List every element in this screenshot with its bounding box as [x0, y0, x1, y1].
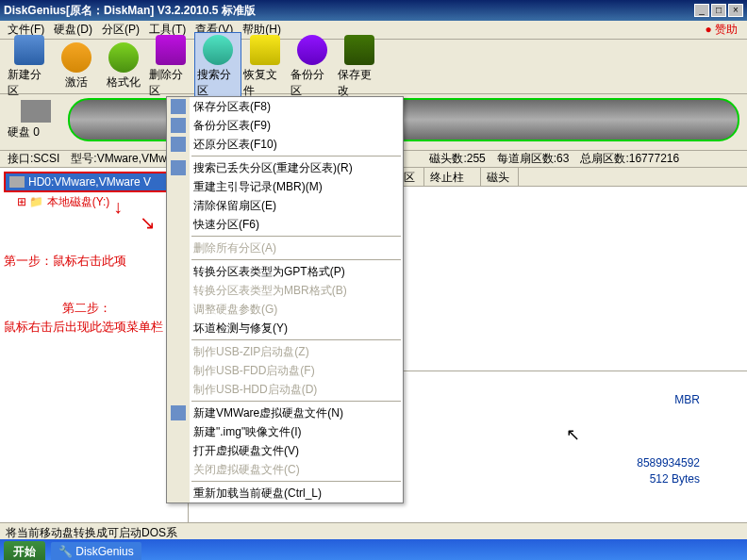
menu-item-label: 保存分区表(F8): [193, 99, 271, 115]
activate-icon: [61, 42, 91, 73]
menu-item-label: 快速分区(F6): [193, 217, 259, 233]
menu-item[interactable]: 转换分区表类型为GPT格式(P): [167, 262, 403, 281]
menu-item: 关闭虚拟硬盘文件(C): [167, 460, 403, 479]
arrow-annotation: ↓: [113, 196, 123, 218]
format-icon: [108, 42, 139, 73]
backup-icon: [297, 35, 327, 65]
tool-search[interactable]: 搜索分区: [194, 32, 241, 102]
tool-new-partition[interactable]: 新建分区: [6, 33, 53, 101]
menu-item: 制作USB-FDD启动盘(F): [167, 361, 403, 380]
search-icon: [171, 160, 186, 175]
menu-separator: [191, 236, 401, 237]
sectors-label: 每道扇区数:63: [497, 151, 570, 167]
backup-icon: [171, 118, 186, 133]
menu-item-label: 备份分区表(F9): [193, 118, 271, 134]
menu-item-label: 转换分区表类型为GPT格式(P): [193, 264, 345, 280]
menu-item: 删除所有分区(A): [167, 239, 403, 257]
menu-item[interactable]: 打开虚拟硬盘文件(V): [167, 441, 403, 460]
search-icon: [203, 35, 233, 65]
taskbar: 开始 🔧 DiskGenius: [0, 539, 747, 560]
menu-item-label: 调整硬盘参数(G): [193, 302, 277, 318]
status-bar: 将当前移动盘转换成可启动DOS系: [0, 522, 747, 539]
disk-label: 硬盘 0: [8, 124, 64, 140]
menu-item-label: 坏道检测与修复(Y): [193, 321, 288, 337]
menu-item-label: 新建VMWare虚拟硬盘文件(N): [193, 405, 343, 421]
tree-hd0[interactable]: HD0:VMware,VMware V: [4, 172, 184, 192]
menu-disk[interactable]: 硬盘(D): [50, 20, 96, 40]
annotation-step3: 鼠标右击后出现此选项菜单栏: [4, 319, 163, 336]
menu-item-label: 重建主引导记录(MBR)(M): [193, 179, 323, 195]
iface-label: 接口:SCSI: [8, 151, 59, 167]
menu-separator: [191, 156, 401, 156]
tool-format[interactable]: 格式化: [100, 41, 147, 92]
menu-item[interactable]: 搜索已丢失分区(重建分区表)(R): [167, 158, 403, 177]
menu-item[interactable]: 新建".img"映像文件(I): [167, 422, 403, 441]
menu-item[interactable]: 重新加载当前硬盘(Ctrl_L): [167, 484, 403, 502]
menu-partition[interactable]: 分区(P): [98, 20, 143, 40]
menu-separator: [191, 259, 401, 260]
window-title: DiskGenius[原名：DiskMan] V3.2.2010.5 标准版: [4, 3, 692, 19]
menu-item-label: 制作USB-ZIP启动盘(Z): [193, 344, 309, 360]
arrow-annotation2: ↘: [140, 211, 156, 234]
menu-item-label: 重新加载当前硬盘(Ctrl_L): [193, 486, 322, 502]
hdd-icon: [9, 176, 25, 188]
menu-item-label: 打开虚拟硬盘文件(V): [193, 443, 299, 459]
totalsec-label: 总扇区数:16777216: [580, 151, 679, 167]
titlebar: DiskGenius[原名：DiskMan] V3.2.2010.5 标准版 _…: [0, 0, 747, 21]
menu-item-label: 新建".img"映像文件(I): [193, 424, 302, 440]
new-partition-icon: [14, 35, 44, 65]
menu-separator: [191, 339, 401, 340]
menu-separator: [191, 481, 401, 482]
menu-item[interactable]: 快速分区(F6): [167, 215, 403, 234]
start-button[interactable]: 开始: [4, 541, 45, 561]
menu-item-label: 清除保留扇区(E): [193, 198, 276, 214]
menu-item[interactable]: 还原分区表(F10): [167, 135, 403, 154]
menu-item: 制作USB-HDD启动盘(D): [167, 380, 403, 399]
annotation-step1: 第一步：鼠标右击此项: [4, 253, 126, 270]
restore-icon: [171, 137, 186, 152]
context-menu: 保存分区表(F8)备份分区表(F9)还原分区表(F10)搜索已丢失分区(重建分区…: [166, 96, 404, 503]
delete-icon: [156, 35, 186, 65]
menu-item[interactable]: 重建主引导记录(MBR)(M): [167, 177, 403, 196]
menu-item-label: 搜索已丢失分区(重建分区表)(R): [193, 160, 353, 176]
menu-item-label: 转换分区表类型为MBR格式(B): [193, 283, 347, 299]
new-icon: [171, 405, 186, 420]
tool-recover[interactable]: 恢复文件: [241, 33, 289, 101]
tool-backup[interactable]: 备份分区: [289, 33, 336, 101]
sponsor-link[interactable]: ● 赞助: [701, 20, 741, 40]
menu-item: 转换分区表类型为MBR格式(B): [167, 281, 403, 300]
menu-item[interactable]: 新建VMWare虚拟硬盘文件(N): [167, 404, 403, 422]
maximize-button[interactable]: □: [711, 4, 726, 17]
menu-item: 制作USB-ZIP启动盘(Z): [167, 342, 403, 361]
menu-item-label: 制作USB-FDD启动盘(F): [193, 363, 315, 379]
save-icon: [171, 99, 186, 114]
menu-item-label: 制作USB-HDD启动盘(D): [193, 382, 317, 398]
heads-label: 磁头数:255: [429, 151, 485, 167]
menu-separator: [191, 401, 401, 402]
model-label: 型号:VMware,VMwa: [71, 151, 173, 167]
tool-delete[interactable]: 删除分区: [147, 33, 194, 101]
tool-activate[interactable]: 激活: [53, 41, 100, 92]
toolbar: 新建分区 激活 格式化 删除分区 搜索分区 恢复文件 备份分区 保存更改: [0, 40, 747, 94]
disk-label-box: 硬盘 0: [8, 98, 64, 146]
taskbar-item-diskgenius[interactable]: 🔧 DiskGenius: [51, 542, 141, 560]
menu-item-label: 关闭虚拟硬盘文件(C): [193, 462, 300, 478]
close-button[interactable]: ×: [728, 4, 743, 17]
annotation-step2: 第二步：: [62, 300, 111, 317]
menu-item[interactable]: 清除保留扇区(E): [167, 196, 403, 215]
menu-item: 调整硬盘参数(G): [167, 300, 403, 319]
menu-item-label: 删除所有分区(A): [193, 240, 276, 256]
tool-save[interactable]: 保存更改: [336, 33, 383, 101]
minimize-button[interactable]: _: [694, 4, 709, 17]
menu-item[interactable]: 备份分区表(F9): [167, 116, 403, 135]
mouse-cursor: ↖: [566, 424, 580, 445]
disk-icon: [21, 100, 51, 123]
col-head2[interactable]: 磁头: [481, 168, 519, 186]
col-endcyl[interactable]: 终止柱面: [424, 168, 481, 186]
menu-item-label: 还原分区表(F10): [193, 137, 277, 153]
menu-item[interactable]: 坏道检测与修复(Y): [167, 319, 403, 338]
disk-tree: HD0:VMware,VMware V ⊞ 📁 本地磁盘(Y:) ↓ ↘ 第一步…: [0, 168, 189, 522]
tree-local-disk[interactable]: ⊞ 📁 本地磁盘(Y:): [4, 194, 184, 210]
menu-item[interactable]: 保存分区表(F8): [167, 97, 403, 116]
save-icon: [344, 35, 374, 65]
